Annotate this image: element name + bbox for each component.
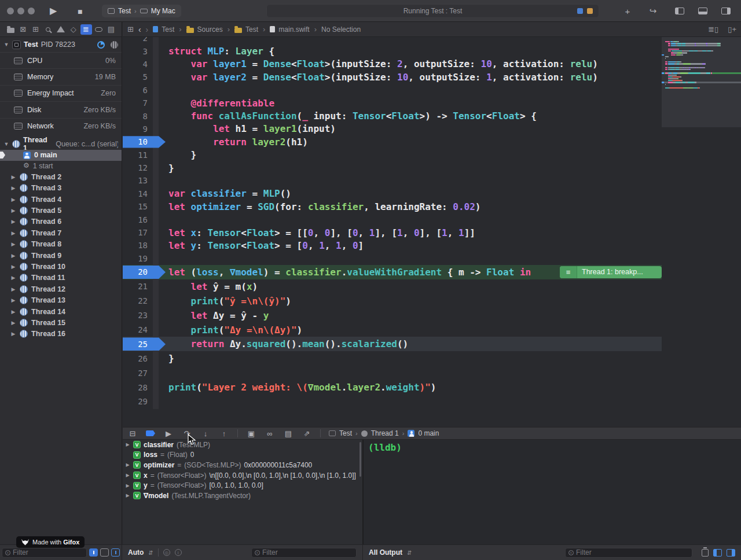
disclosure-triangle-icon[interactable]: ▶ [10, 253, 16, 259]
stack-frame-1-start[interactable]: ⚙1 start [0, 161, 122, 172]
disclosure-triangle-icon[interactable]: ▶ [10, 197, 16, 202]
variable-row-classifier[interactable]: ▶Vclassifier(Test.MLP) [123, 440, 362, 450]
breakpoint-indicator[interactable]: 25 [123, 337, 166, 351]
clear-console-button[interactable] [702, 549, 709, 557]
watch-icon[interactable]: ◎ [163, 549, 170, 556]
breadcrumb-item[interactable]: Test [162, 25, 174, 34]
sidebar-item-thread-4[interactable]: ▶Thread 4 [0, 194, 122, 205]
code-review-button[interactable]: ↪ [644, 4, 662, 18]
sidebar-item-thread-6[interactable]: ▶Thread 6 [0, 216, 122, 227]
line-number[interactable]: 9 [123, 124, 153, 134]
sidebar-item-thread-14[interactable]: ▶Thread 14 [0, 306, 122, 317]
line-number[interactable]: 3 [123, 47, 153, 56]
memory-graph-button[interactable]: ∞ [265, 429, 275, 438]
sidebar-item-thread-13[interactable]: ▶Thread 13 [0, 294, 122, 305]
disclosure-triangle-icon[interactable]: ▶ [10, 241, 16, 247]
gauge-row-disk[interactable]: DiskZero KB/s [0, 101, 122, 117]
sidebar-item-thread-8[interactable]: ▶Thread 8 [0, 238, 122, 249]
hide-debug-area-button[interactable]: ⊟ [127, 429, 138, 438]
process-row[interactable]: ▼ Test PID 78223 [0, 37, 122, 52]
filter-view-toggle[interactable] [111, 548, 120, 557]
breadcrumb-item[interactable]: Sources [197, 25, 223, 34]
line-number[interactable]: 21 [123, 282, 153, 291]
related-items-icon[interactable]: ⊞ [127, 25, 134, 34]
navigator-tab-symbols[interactable]: ⊞ [30, 24, 42, 35]
sidebar-item-thread-10[interactable]: ▶Thread 10 [0, 261, 122, 272]
line-number[interactable]: 16 [123, 215, 153, 224]
sidebar-item-thread-16[interactable]: ▶Thread 16 [0, 329, 122, 340]
window-zoom-button[interactable] [28, 8, 35, 14]
info-icon[interactable]: i [175, 549, 182, 556]
sidebar-item-thread-2[interactable]: ▶Thread 2 [0, 171, 122, 182]
view-process-icon[interactable] [111, 41, 118, 49]
sidebar-item-thread-12[interactable]: ▶Thread 12 [0, 283, 122, 294]
disclosure-triangle-icon[interactable]: ▶ [125, 462, 130, 467]
line-number[interactable]: 17 [123, 228, 153, 237]
scheme-selector[interactable]: Test › My Mac [102, 5, 181, 17]
simulate-location-button[interactable]: ⇗ [302, 429, 312, 438]
sidebar-item-thread-7[interactable]: ▶Thread 7 [0, 227, 122, 238]
gauge-row-network[interactable]: NetworkZero KB/s [0, 118, 122, 134]
show-console-toggle[interactable] [727, 549, 735, 557]
disclosure-triangle-icon[interactable]: ▶ [10, 174, 16, 180]
navigator-tab-project[interactable] [5, 24, 16, 35]
run-button[interactable]: ▶ [50, 5, 57, 17]
disclosure-triangle-icon[interactable]: ▶ [10, 219, 16, 224]
add-editor-icon[interactable]: ▯+ [728, 25, 736, 34]
navigator-tab-find[interactable] [42, 24, 54, 35]
disclosure-triangle-icon[interactable]: ▶ [10, 286, 16, 292]
show-variables-toggle[interactable] [713, 549, 722, 557]
step-into-button[interactable]: ↓ [200, 429, 211, 438]
disclosure-triangle-icon[interactable]: ▶ [10, 264, 16, 270]
toggle-debug-area-button[interactable] [694, 4, 712, 18]
sidebar-item-thread-3[interactable]: ▶Thread 3 [0, 183, 122, 194]
console-filter-input[interactable]: ≡ Filter [565, 548, 692, 558]
variable-row-optimizer[interactable]: ▶Voptimizer=(SGD<Test.MLP>)0x000000011c5… [123, 460, 362, 470]
line-number[interactable]: 27 [123, 369, 153, 378]
breakpoint-annotation[interactable]: ≡Thread 1: breakp... [560, 266, 662, 278]
disclosure-triangle-icon[interactable]: ▶ [125, 483, 130, 488]
library-button[interactable]: + [618, 4, 637, 18]
disclosure-triangle-icon[interactable]: ▶ [125, 442, 130, 447]
line-number[interactable]: 23 [123, 311, 153, 320]
disclosure-triangle-icon[interactable]: ▶ [10, 320, 16, 326]
line-number[interactable]: 15 [123, 202, 153, 211]
disclosure-triangle-icon[interactable]: ▶ [125, 473, 130, 478]
minimap[interactable] [662, 37, 741, 127]
disclosure-triangle-icon[interactable]: ▶ [10, 297, 16, 303]
scope-selector[interactable]: Auto [128, 548, 144, 557]
filter-frames-toggle[interactable] [100, 548, 109, 557]
line-number[interactable]: 13 [123, 176, 153, 185]
stop-button[interactable]: ■ [78, 5, 82, 18]
line-number[interactable]: 4 [123, 60, 153, 69]
variable-row-x[interactable]: ▶Vx=(Tensor<Float>)\n[[0.0, 0.0],\n [0.0… [123, 470, 362, 481]
sidebar-item-thread-11[interactable]: ▶Thread 11 [0, 272, 122, 283]
line-number[interactable]: 7 [123, 98, 153, 108]
thread-1-row[interactable]: ▼ Thread 1 Queue: c...d (serial) [0, 139, 122, 150]
gauge-row-memory[interactable]: Memory19 MB [0, 68, 122, 84]
debug-jump-bar[interactable]: Test›Thread 1›0 main [329, 429, 439, 437]
breakpoints-toggle-button[interactable] [146, 430, 155, 436]
line-number[interactable]: 2 [123, 37, 153, 43]
line-number[interactable]: 8 [123, 112, 153, 121]
line-number[interactable]: 6 [123, 86, 153, 95]
breadcrumb-item[interactable]: Test [245, 25, 258, 34]
back-button[interactable]: ‹ [138, 25, 141, 34]
navigator-tab-debug[interactable]: ≣ [80, 24, 92, 35]
line-number[interactable]: 28 [123, 383, 153, 392]
editor-options-icon[interactable]: ≣▯ [708, 25, 718, 34]
disclosure-triangle-icon[interactable]: ▶ [10, 230, 16, 236]
line-number[interactable]: 24 [123, 325, 153, 334]
breadcrumb[interactable]: Test›Sources›Test›main.swift›No Selectio… [153, 25, 361, 34]
sidebar-item-thread-5[interactable]: ▶Thread 5 [0, 205, 122, 216]
sidebar-item-thread-9[interactable]: ▶Thread 9 [0, 250, 122, 261]
breakpoint-indicator[interactable]: 20 [123, 266, 166, 279]
sidebar-item-thread-15[interactable]: ▶Thread 15 [0, 317, 122, 328]
variable-row-∇model[interactable]: ▶V∇model(Test.MLP.TangentVector) [123, 491, 362, 501]
toggle-navigator-button[interactable] [670, 4, 689, 18]
breadcrumb-item[interactable]: main.swift [278, 25, 309, 34]
line-number[interactable]: 5 [123, 72, 153, 82]
breadcrumb-item[interactable]: No Selection [321, 25, 361, 34]
line-number[interactable]: 29 [123, 397, 153, 406]
navigator-tab-breakpoints[interactable] [93, 24, 104, 35]
